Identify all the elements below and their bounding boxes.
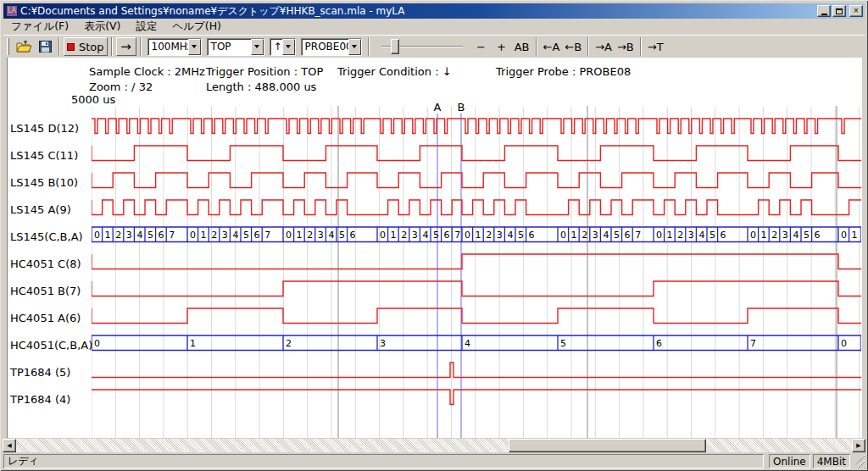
resize-grip[interactable]	[853, 454, 865, 468]
menu-view[interactable]: 表示(V)	[76, 19, 128, 35]
open-file-button[interactable]	[14, 37, 35, 56]
waveform-LS145-C-B-A--value: 4	[328, 230, 334, 241]
waveform-LS145-C-B-A--value: 0	[190, 230, 196, 241]
sample-clock-combo[interactable]: 100MHz	[147, 38, 202, 56]
channel-label: HC4051 A(6)	[10, 312, 92, 324]
waveform-LS145-C-B-A--value: 5	[339, 230, 345, 241]
dropdown-button[interactable]	[188, 39, 201, 55]
waveform-HC4051-C-B-A--value: 0	[94, 338, 100, 349]
zoom-slider[interactable]	[380, 37, 465, 56]
trigger-edge-combo[interactable]: ↑	[270, 38, 296, 56]
waveform-LS145-C-B-A--value: 1	[391, 230, 397, 241]
horizontal-scrollbar[interactable]: ◀ ▶	[3, 439, 865, 452]
close-button[interactable]: ×	[849, 5, 863, 17]
waveform-LS145-A-9-	[92, 200, 861, 215]
waveform-LS145-C-B-A--value: 5	[243, 230, 249, 241]
waveform-LS145-C-B-A--value: 1	[476, 230, 481, 241]
waveform-LS145-C-B-A--value: 7	[264, 230, 270, 241]
waveform-canvas[interactable]: AB01234567012345670123456012345670123456…	[92, 100, 861, 438]
set-marker-a-button[interactable]: →A	[593, 37, 615, 56]
status-bar: レディ Online 4MBit	[3, 454, 865, 468]
toolbar-separator	[587, 37, 589, 56]
stop-icon	[67, 43, 75, 51]
waveform-LS145-C-B-A--value: 1	[297, 230, 303, 241]
waveform-LS145-C-B-A--value: 1	[667, 230, 673, 241]
waveform-LS145-C-B-A--value: 1	[852, 230, 858, 241]
trigger-probe-combo[interactable]: PROBE00	[301, 38, 362, 56]
waveform-LS145-C-B-A--value: 5	[147, 230, 153, 241]
waveform-LS145-C-B-A--value: 0	[286, 230, 292, 241]
open-folder-icon	[16, 41, 32, 53]
dropdown-button[interactable]	[251, 39, 264, 55]
scrollbar-thumb[interactable]	[509, 439, 706, 452]
trigger-position-combo[interactable]: TOP	[207, 38, 264, 56]
toolbar-separator	[640, 37, 642, 56]
waveform-LS145-C-B-A--value: 5	[614, 230, 620, 241]
waveform-LS145-C-B-A--value: 6	[815, 230, 821, 241]
app-window: LA C:¥Documents and Settings¥noname¥デスクト…	[0, 0, 868, 471]
save-file-button[interactable]	[35, 37, 55, 56]
waveform-HC4051-C-B-A--value: 0	[841, 338, 847, 349]
marker-A-label: A	[434, 101, 442, 114]
dropdown-button[interactable]	[348, 39, 361, 55]
scroll-right-button[interactable]: ▶	[852, 439, 865, 452]
waveform-client-area[interactable]: Sample Clock : 2MHz Trigger Position : T…	[7, 58, 862, 438]
waveform-LS145-C-B-A--value: 3	[782, 230, 788, 241]
waveform-LS145-C-B-A--value: 0	[465, 230, 470, 241]
zoom-in-button[interactable]: +	[492, 37, 512, 56]
title-bar[interactable]: LA C:¥Documents and Settings¥noname¥デスクト…	[3, 3, 865, 19]
zoom-info: Zoom : / 32	[89, 80, 153, 93]
toolbar-separator	[140, 37, 142, 56]
waveform-LS145-C-B-A--value: 2	[677, 230, 683, 241]
goto-marker-b-button[interactable]: ←B	[562, 37, 584, 56]
waveform-LS145-C-B-A--value: 7	[454, 230, 460, 241]
waveform-LS145-C-B-A--value: 0	[94, 230, 100, 241]
waveform-LS145-C-B-A--value: 4	[422, 230, 428, 241]
zoom-ab-button[interactable]: AB	[512, 37, 532, 56]
goto-marker-a-button[interactable]: ←A	[541, 37, 563, 56]
status-message: レディ	[3, 454, 764, 468]
waveform-LS145-C-B-A--value: 3	[318, 230, 324, 241]
sample-clock-value: 100MHz	[148, 39, 188, 55]
menu-help[interactable]: ヘルプ(H)	[164, 19, 229, 35]
goto-trigger-button[interactable]: →T	[645, 37, 666, 56]
menu-file[interactable]: ファイル(F)	[3, 19, 76, 35]
stop-button[interactable]: Stop	[64, 37, 108, 56]
maximize-button[interactable]	[832, 5, 846, 17]
window-title: C:¥Documents and Settings¥noname¥デスクトップ¥…	[20, 4, 814, 19]
set-marker-b-button[interactable]: →B	[615, 37, 637, 56]
waveform-LS145-C-B-A--value: 2	[581, 230, 587, 241]
menu-settings[interactable]: 設定	[128, 19, 164, 35]
scroll-left-button[interactable]: ◀	[3, 439, 16, 452]
waveform-LS145-C-B-A--value: 4	[232, 230, 238, 241]
channel-label: HC4051 C(8)	[10, 258, 92, 270]
waveform-LS145-C-B-A--value: 2	[211, 230, 217, 241]
waveform-LS145-B-10-	[92, 173, 861, 188]
waveform-LS145-C-B-A--value: 6	[159, 230, 164, 241]
waveform-LS145-C-B-A--value: 4	[507, 230, 513, 241]
trigger-position-value: TOP	[208, 39, 251, 55]
waveform-TP1684-4-	[92, 390, 861, 405]
toolbar-grip[interactable]	[7, 38, 9, 55]
toolbar-separator	[58, 37, 60, 56]
waveform-LS145-C-B-A--value: 4	[603, 230, 609, 241]
channel-label: LS145(C,B,A)	[10, 230, 92, 243]
run-button[interactable]: →	[116, 37, 136, 56]
maximize-icon	[836, 8, 843, 14]
toolbar-separator	[368, 37, 370, 56]
waveform-LS145-C-B-A--value: 7	[635, 230, 641, 241]
run-arrow-icon: →	[120, 41, 131, 53]
waveform-LS145-C-B-A--value: 6	[625, 230, 631, 241]
marker-B-label: B	[458, 101, 465, 114]
memory-size-badge: 4MBit	[813, 454, 850, 468]
toolbar-separator	[536, 37, 537, 56]
zoom-out-button[interactable]: −	[471, 37, 492, 56]
chevron-down-icon	[254, 45, 259, 51]
menu-bar: ファイル(F) 表示(V) 設定 ヘルプ(H)	[3, 19, 865, 34]
dropdown-button[interactable]	[282, 39, 295, 55]
zoom-slider-handle[interactable]	[391, 39, 399, 54]
minimize-button[interactable]	[817, 5, 831, 17]
waveform-LS145-C-B-A--value: 6	[444, 230, 450, 241]
waveform-LS145-C-B-A--value: 5	[518, 230, 524, 241]
waveform-HC4051-C-B-A--value: 1	[190, 338, 196, 349]
